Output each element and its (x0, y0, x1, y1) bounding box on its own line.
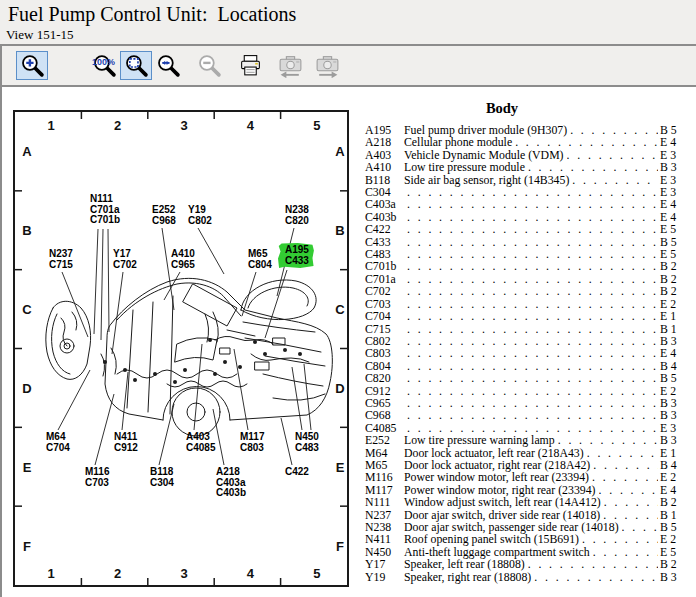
location-grid-ref: E 4 (658, 198, 687, 210)
toolbar-next-view-button (311, 51, 343, 80)
locations-panel: Body A195Fuel pump driver module (9H307)… (365, 100, 687, 583)
location-code: C702 (365, 285, 404, 297)
callout-B118: B118 C304 (150, 467, 174, 488)
dot-leader: . . . . . . . . . . . . . . . . . . . . … (407, 198, 658, 210)
grid-row-label: B (335, 223, 344, 238)
dot-leader: . . . . . . . . . . . . . . . . . . . . … (593, 546, 658, 558)
location-row: C802. . . . . . . . . . . . . . . . . . … (365, 335, 687, 347)
content-area: 1122334455AABBCCDDEEFFN111 C701a C701bE2… (0, 87, 696, 597)
dot-leader: . . . . . . . . . . . . . . . . . . . . … (534, 571, 658, 583)
location-description: Side air bag sensor, right (14B345) (404, 174, 572, 186)
dot-leader: . . . . . . . . . . . . . . . . . . . . … (599, 484, 658, 496)
app-window: Fuel Pump Control Unit: Locations View 1… (0, 0, 696, 597)
toolbar: 100% (0, 46, 696, 85)
callout-M117: M117 C803 (240, 432, 264, 453)
location-row: C304. . . . . . . . . . . . . . . . . . … (365, 186, 687, 198)
location-row: C702. . . . . . . . . . . . . . . . . . … (365, 285, 687, 297)
location-grid-ref: E 2 (658, 533, 687, 545)
location-grid-ref: B 3 (658, 434, 687, 446)
grid-col-label: 1 (48, 118, 55, 133)
location-grid-ref: E 4 (658, 347, 687, 359)
car-illustration (46, 278, 333, 436)
location-grid-ref: E 4 (658, 136, 687, 148)
view-label: View 151-15 (6, 27, 73, 43)
location-row: A410Low tire pressure module. . . . . . … (365, 161, 687, 173)
dot-leader: . . . . . . . . . . . . . . . . . . . . … (604, 496, 658, 508)
dot-leader: . . . . . . . . . . . . . . . . . . . . … (593, 459, 658, 471)
location-row: C968. . . . . . . . . . . . . . . . . . … (365, 409, 687, 421)
toolbar-zoom-100-button[interactable]: 100% (88, 51, 120, 80)
dot-leader: . . . . . . . . . . . . . . . . . . . . … (407, 260, 658, 272)
grid-col-label: 1 (48, 566, 55, 581)
toolbar-zoom-in-button[interactable] (16, 51, 48, 80)
magnifier-plus-icon (20, 53, 45, 78)
callout-Y19: Y19 C802 (188, 205, 212, 226)
grid-col-label: 4 (247, 118, 254, 133)
grid-col-label: 4 (247, 566, 254, 581)
dot-leader: . . . . . . . . . . . . . . . . . . . . … (407, 360, 658, 372)
location-code: C968 (365, 409, 404, 421)
location-code: Y17 (365, 558, 404, 570)
location-code: N111 (365, 496, 404, 508)
location-code: C422 (365, 223, 404, 235)
location-description: Power window motor, left rear (23394) (404, 471, 592, 483)
location-row: C715. . . . . . . . . . . . . . . . . . … (365, 323, 687, 335)
dot-leader: . . . . . . . . . . . . . . . . . . . . … (407, 409, 658, 421)
dot-leader: . . . . . . . . . . . . . . . . . . . . … (407, 385, 658, 397)
callout-N411: N411 C912 (114, 432, 138, 453)
location-row: C422. . . . . . . . . . . . . . . . . . … (365, 223, 687, 235)
magnifier-minus-icon (197, 53, 222, 78)
svg-text:100%: 100% (92, 57, 115, 67)
magnifier-100-icon: 100% (92, 53, 117, 78)
location-row: C804. . . . . . . . . . . . . . . . . . … (365, 360, 687, 372)
location-row: C912. . . . . . . . . . . . . . . . . . … (365, 385, 687, 397)
dot-leader: . . . . . . . . . . . . . . . . . . . . … (407, 347, 658, 359)
location-row: C403a. . . . . . . . . . . . . . . . . .… (365, 198, 687, 210)
camera-right-icon (314, 53, 341, 78)
diagram-frame: 1122334455AABBCCDDEEFFN111 C701a C701bE2… (13, 110, 349, 587)
printer-icon (238, 53, 263, 78)
dot-leader: . . . . . . . . . . . . . . . . . . . . … (407, 397, 658, 409)
location-grid-ref: B 5 (658, 372, 687, 384)
dot-leader: . . . . . . . . . . . . . . . . . . . . … (528, 161, 658, 173)
dot-leader: . . . . . . . . . . . . . . . . . . . . … (407, 223, 658, 235)
location-grid-ref: B 2 (658, 285, 687, 297)
location-code: A218 (365, 136, 404, 148)
callout-E252: E252 C968 (152, 205, 176, 226)
location-row: C433. . . . . . . . . . . . . . . . . . … (365, 236, 687, 248)
grid-col-label: 3 (180, 118, 187, 133)
location-row: E252Low tire pressure warning lamp. . . … (365, 434, 687, 446)
dot-leader: . . . . . . . . . . . . . . . . . . . . … (407, 285, 658, 297)
grid-row-label: F (23, 538, 31, 553)
panel-title: Body (365, 100, 687, 117)
location-description: Low tire pressure warning lamp (404, 434, 558, 446)
location-grid-ref: B 3 (658, 161, 687, 173)
page-title: Fuel Pump Control Unit: Locations (8, 3, 296, 26)
location-grid-ref: B 3 (658, 571, 687, 583)
camera-left-icon (277, 53, 304, 78)
dot-leader: . . . . . . . . . . . . . . . . . . . . … (407, 248, 658, 260)
header: Fuel Pump Control Unit: Locations View 1… (0, 0, 696, 44)
grid-row-label: D (22, 380, 31, 395)
location-code: C820 (365, 372, 404, 384)
location-grid-ref: E 1 (658, 310, 687, 322)
location-code: C803 (365, 347, 404, 359)
dot-leader: . . . . . . . . . . . . . . . . . . . . … (407, 372, 658, 384)
dot-leader: . . . . . . . . . . . . . . . . . . . . … (567, 149, 658, 161)
location-row: C701b. . . . . . . . . . . . . . . . . .… (365, 260, 687, 272)
callout-Y17: Y17 C702 (113, 249, 137, 270)
location-row: C403b. . . . . . . . . . . . . . . . . .… (365, 211, 687, 223)
location-grid-ref: B 2 (658, 496, 687, 508)
toolbar-print-button[interactable] (234, 51, 266, 80)
dot-leader: . . . . . . . . . . . . . . . . . . . . … (570, 124, 658, 136)
dot-leader: . . . . . . . . . . . . . . . . . . . . … (407, 236, 658, 248)
callout-M116: M116 C703 (85, 467, 109, 488)
toolbar-zoom-width-button[interactable] (152, 51, 184, 80)
location-description: Window adjust switch, left rear (14A412) (404, 496, 604, 508)
dot-leader: . . . . . . . . . . . . . . . . . . . . … (572, 174, 658, 186)
location-description: Roof opening panel switch (15B691) (404, 533, 582, 545)
callout-A403: A403 C4085 (186, 432, 215, 453)
location-row: C703. . . . . . . . . . . . . . . . . . … (365, 298, 687, 310)
location-code: N411 (365, 533, 404, 545)
toolbar-zoom-fit-button[interactable] (120, 51, 152, 80)
